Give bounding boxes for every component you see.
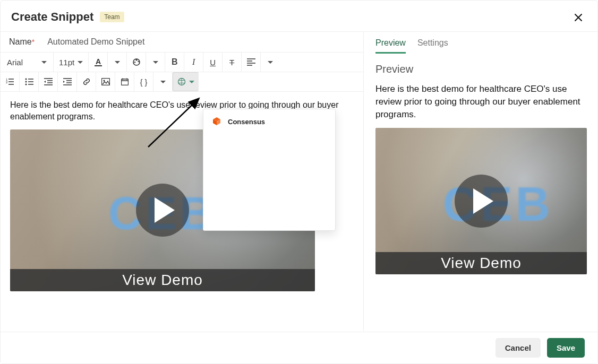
font-family-label: Arial [7, 58, 23, 67]
numbered-list-button[interactable]: 12 [1, 72, 20, 91]
link-button[interactable] [77, 72, 96, 91]
chevron-down-icon [189, 81, 194, 83]
consensus-icon [212, 117, 221, 126]
play-button[interactable] [455, 175, 508, 228]
bulleted-list-button[interactable] [20, 72, 39, 91]
name-label: Name [9, 37, 32, 46]
close-icon[interactable] [574, 13, 583, 22]
merge-tag-button[interactable]: { } [134, 72, 153, 91]
merge-tag-chevron[interactable] [153, 72, 173, 91]
preview-body: Here is the best demo for healthcare CEO… [364, 79, 597, 120]
align-button[interactable] [242, 53, 261, 72]
play-icon [473, 188, 493, 214]
integration-dropdown: Consensus [203, 109, 336, 231]
font-family-select[interactable]: Arial [1, 53, 54, 72]
svg-text:A: A [96, 57, 101, 66]
modal-title: Create Snippet [11, 10, 93, 24]
svg-point-5 [134, 62, 135, 63]
play-icon [155, 197, 175, 223]
svg-point-10 [25, 84, 27, 85]
svg-rect-13 [121, 79, 128, 85]
svg-point-3 [135, 59, 137, 60]
chevron-down-icon [115, 61, 120, 64]
required-marker: * [32, 38, 35, 46]
preview-tabs: Preview Settings [364, 32, 597, 54]
chevron-down-icon [153, 61, 158, 64]
svg-point-8 [25, 79, 27, 80]
strikethrough-button[interactable]: T [223, 53, 242, 72]
toolbar-row-2: 12 { } [1, 72, 363, 92]
svg-point-4 [138, 61, 139, 62]
dropdown-item-label: Consensus [228, 118, 265, 126]
play-button[interactable] [136, 184, 189, 237]
chevron-down-icon [160, 81, 166, 83]
tab-settings[interactable]: Settings [417, 38, 448, 54]
image-button[interactable] [96, 72, 115, 91]
chevron-down-icon [268, 61, 273, 64]
video-caption: View Demo [10, 269, 315, 291]
name-row: Name* Automated Demo Snippet [1, 32, 363, 53]
toolbar-row-1: Arial 11pt A B I U T [1, 53, 363, 72]
underline-button[interactable]: U [203, 53, 223, 72]
calendar-button[interactable] [115, 72, 134, 91]
background-color-chevron[interactable] [146, 53, 165, 72]
text-color-chevron[interactable] [108, 53, 127, 72]
italic-button[interactable]: I [184, 53, 203, 72]
font-size-select[interactable]: 11pt [54, 53, 89, 72]
team-badge: Team [100, 12, 124, 22]
modal-footer: Cancel Save [1, 332, 597, 363]
svg-rect-1 [95, 65, 102, 66]
bold-button[interactable]: B [165, 53, 184, 72]
tab-preview[interactable]: Preview [375, 38, 406, 54]
dropdown-item-consensus[interactable]: Consensus [203, 109, 335, 134]
cancel-button[interactable]: Cancel [496, 338, 541, 358]
indent-button[interactable] [58, 72, 77, 91]
outdent-button[interactable] [39, 72, 58, 91]
svg-point-12 [103, 80, 105, 82]
font-size-label: 11pt [59, 58, 74, 67]
name-field[interactable]: Automated Demo Snippet [47, 37, 144, 47]
preview-heading: Preview [364, 54, 597, 79]
svg-text:2: 2 [6, 81, 8, 84]
modal-header: Create Snippet Team [1, 1, 597, 32]
preview-pane: Preview Settings Preview Here is the bes… [364, 32, 597, 331]
video-caption: View Demo [375, 252, 587, 274]
text-color-button[interactable]: A [89, 53, 108, 72]
align-chevron[interactable] [261, 53, 280, 72]
integration-button[interactable] [173, 72, 199, 91]
chevron-down-icon [41, 61, 47, 64]
background-color-button[interactable] [127, 53, 146, 72]
chevron-down-icon [78, 61, 83, 64]
create-snippet-modal: Create Snippet Team Name* Automated Demo… [0, 0, 598, 364]
svg-point-9 [25, 81, 27, 83]
integration-icon [177, 77, 186, 86]
preview-video-thumbnail[interactable]: CEB View Demo [375, 128, 587, 274]
save-button[interactable]: Save [547, 338, 585, 358]
